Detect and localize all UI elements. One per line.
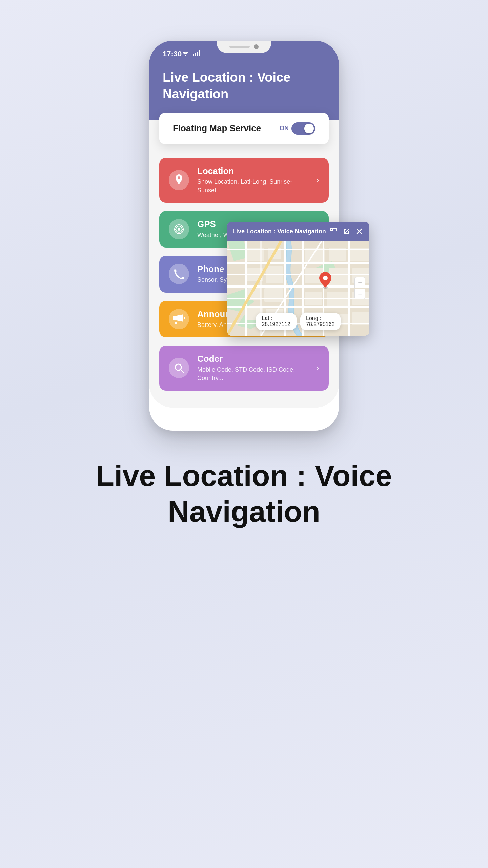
coder-arrow: › (316, 362, 319, 373)
coder-icon (169, 358, 189, 378)
toggle-track[interactable] (291, 122, 315, 135)
location-title: Location (197, 166, 308, 176)
floating-map-controls[interactable] (329, 226, 364, 236)
signal-icon (192, 50, 201, 58)
map-expand-icon[interactable] (329, 226, 338, 236)
toggle-thumb (304, 124, 314, 133)
svg-rect-37 (327, 292, 349, 307)
svg-rect-1 (193, 54, 194, 56)
svg-rect-2 (195, 53, 196, 56)
zoom-in-button[interactable]: + (354, 277, 365, 288)
lat-badge: Lat : 28.1927112 (256, 313, 297, 330)
svg-rect-27 (264, 288, 283, 302)
app-title: Live Location : Voice Navigation (163, 69, 325, 103)
svg-rect-3 (197, 52, 198, 56)
phone-notch-bar: 17:30 (149, 41, 339, 62)
toggle-on-label: ON (280, 125, 289, 132)
menu-item-location[interactable]: Location Show Location, Lati-Long, Sunri… (159, 158, 329, 203)
floating-toggle-label: Floating Map Service (173, 123, 261, 134)
wifi-icon (182, 50, 190, 58)
svg-point-59 (323, 276, 328, 280)
bottom-title-text: Live Location : Voice Navigation (34, 458, 454, 529)
map-close-icon[interactable] (354, 226, 364, 236)
phone-frame: 17:30 (149, 41, 339, 431)
svg-rect-14 (331, 229, 333, 231)
coder-title: Coder (197, 354, 308, 364)
map-body: + − Lat : 28.1927112 Long : 78.2795162 (227, 241, 369, 336)
map-zoom-controls[interactable]: + − (354, 277, 365, 299)
svg-line-13 (181, 370, 183, 372)
floating-map-header: Live Location : Voice Navigation (227, 222, 369, 241)
location-arrow: › (316, 175, 319, 185)
zoom-out-button[interactable]: − (354, 289, 365, 299)
long-badge: Long : 78.2795162 (300, 313, 341, 330)
notch-bar-line (229, 46, 250, 48)
map-coordinates: Lat : 28.1927112 Long : 78.2795162 (256, 313, 341, 330)
announce-icon (169, 309, 189, 329)
svg-rect-34 (329, 268, 349, 285)
svg-rect-30 (305, 248, 325, 263)
notch-camera (254, 44, 259, 49)
menu-item-coder[interactable]: Coder Mobile Code, STD Code, ISD Code, C… (159, 346, 329, 391)
svg-rect-4 (199, 50, 200, 56)
toggle-switch[interactable]: ON (280, 122, 315, 135)
bottom-title-area: Live Location : Voice Navigation (0, 458, 488, 529)
floating-toggle-card[interactable]: Floating Map Service ON (159, 113, 329, 144)
location-subtitle: Show Location, Lati-Long, Sunrise-Sunset… (197, 178, 308, 195)
app-header: Live Location : Voice Navigation (149, 62, 339, 120)
location-text: Location Show Location, Lati-Long, Sunri… (197, 166, 308, 195)
map-external-icon[interactable] (342, 226, 351, 236)
location-icon (169, 170, 189, 190)
status-icons (182, 50, 201, 58)
status-bar: 17:30 (163, 47, 201, 62)
gps-icon (169, 219, 189, 239)
coder-subtitle: Mobile Code, STD Code, ISD Code, Country… (197, 366, 308, 382)
phone-icon (169, 264, 189, 284)
floating-map-overlay[interactable]: Live Location : Voice Navigation (227, 222, 369, 336)
floating-map-title: Live Location : Voice Navigation (232, 228, 326, 235)
coder-text: Coder Mobile Code, STD Code, ISD Code, C… (197, 354, 308, 382)
svg-point-0 (185, 55, 186, 56)
svg-point-5 (178, 228, 180, 231)
notch-cutout (217, 41, 271, 53)
status-time: 17:30 (163, 50, 182, 58)
